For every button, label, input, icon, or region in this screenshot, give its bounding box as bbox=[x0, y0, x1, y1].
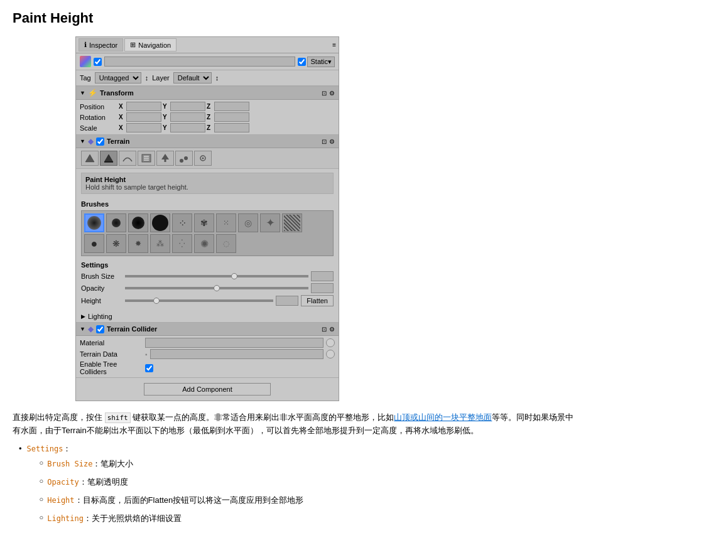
flatten-button[interactable]: Flatten bbox=[301, 295, 334, 306]
tool-trees-btn[interactable] bbox=[156, 151, 174, 166]
opacity-value[interactable]: 50 bbox=[311, 283, 334, 293]
brush-item-4[interactable] bbox=[150, 213, 170, 232]
terrain-color-icon: ◆ bbox=[88, 137, 94, 146]
scatter-brush-icon: ⁘ bbox=[178, 217, 187, 229]
rot-x-input[interactable]: 0 bbox=[126, 112, 161, 122]
layer-label: Layer bbox=[152, 74, 170, 82]
brush-row-1: ⁘ ✾ ⁙ ◎ ✦ bbox=[84, 213, 330, 232]
rot-y-input[interactable]: 0 bbox=[170, 112, 205, 122]
terrain-data-picker-icon[interactable] bbox=[326, 350, 335, 358]
collider-enabled-checkbox[interactable] bbox=[96, 325, 104, 333]
scale-x-axis: X bbox=[119, 124, 125, 131]
bullet-dot-1: • bbox=[19, 443, 22, 530]
terrain-gear-icon[interactable]: ⚙ bbox=[329, 138, 335, 145]
lighting-label: Lighting bbox=[88, 313, 112, 320]
sub-bullet-4: ○ bbox=[40, 512, 44, 525]
brush-size-value[interactable]: 60 bbox=[311, 271, 334, 281]
terrain-data-value[interactable]: New Terrain bbox=[150, 349, 323, 359]
collider-gear-icon[interactable]: ⚙ bbox=[329, 326, 335, 333]
brush-item-17[interactable]: ◌ bbox=[216, 234, 236, 253]
material-value[interactable]: None (Physic Material) bbox=[145, 338, 323, 348]
brush-item-1[interactable] bbox=[84, 213, 104, 232]
brush-item-15[interactable]: ⁛ bbox=[172, 234, 192, 253]
transform-settings-icon[interactable]: ⊡ bbox=[322, 90, 327, 97]
pattern-brush-icon: ⁂ bbox=[156, 239, 164, 248]
pos-y-input[interactable]: 0 bbox=[170, 102, 205, 111]
brush-item-6[interactable]: ✾ bbox=[194, 213, 214, 232]
opacity-slider[interactable] bbox=[125, 287, 308, 289]
terrain-enabled-checkbox[interactable] bbox=[96, 137, 104, 146]
brush-item-8[interactable]: ◎ bbox=[238, 213, 258, 232]
brush-item-13[interactable]: ✸ bbox=[128, 234, 148, 253]
brush-item-14[interactable]: ⁂ bbox=[150, 234, 170, 253]
pos-x-input[interactable]: 0 bbox=[126, 102, 161, 111]
tab-navigation[interactable]: ⊞ Navigation bbox=[124, 38, 177, 51]
brush-item-2[interactable] bbox=[106, 213, 126, 232]
tool-details-btn[interactable] bbox=[175, 151, 193, 166]
material-picker-icon[interactable] bbox=[326, 338, 335, 347]
terrain-data-row: Terrain Data ▪ New Terrain bbox=[76, 348, 339, 360]
brush-row-2: ● ❋ ✸ ⁂ ⁛ ✺ bbox=[84, 234, 330, 253]
small-circle-brush-icon bbox=[112, 218, 121, 227]
terrain-settings-icon[interactable]: ⊡ bbox=[322, 138, 327, 145]
transform-section-header: ▼ ⚡ Transform ⊡ ⚙ bbox=[76, 86, 339, 100]
terrain-section: Paint Height Hold shift to sample target… bbox=[76, 148, 339, 322]
tab-menu-button[interactable]: ≡ bbox=[332, 41, 336, 48]
tag-select[interactable]: Untagged bbox=[95, 72, 141, 83]
tool-raise-btn[interactable] bbox=[81, 151, 99, 166]
transform-fields: Position X 0 Y 0 Z 0 Rotation X 0 Y 0 Z … bbox=[76, 100, 339, 134]
brushes-grid: ⁘ ✾ ⁙ ◎ ✦ bbox=[81, 210, 334, 256]
mountain-top-link[interactable]: 山顶或山间的一块平整地面 bbox=[394, 412, 492, 422]
terrain-title: Terrain bbox=[107, 137, 319, 145]
transform-gear-icon[interactable]: ⚙ bbox=[329, 90, 335, 97]
tab-inspector[interactable]: ℹ Inspector bbox=[79, 38, 123, 51]
inspector-panel: ℹ Inspector ⊞ Navigation ≡ Terrain Stati… bbox=[75, 36, 339, 401]
brush-item-12[interactable]: ❋ bbox=[106, 234, 126, 253]
bullet-list: • Settings： ○ Brush Size：笔刷大小 ○ Opacity：… bbox=[13, 443, 578, 530]
collider-color-icon: ◆ bbox=[88, 325, 94, 333]
tool-paint-texture-btn[interactable] bbox=[138, 151, 155, 166]
terrain-section-header: ▼ ◆ Terrain ⊡ ⚙ bbox=[76, 134, 339, 148]
tool-settings-btn[interactable] bbox=[194, 151, 212, 166]
object-name-input[interactable]: Terrain bbox=[104, 57, 295, 67]
add-component-button[interactable]: Add Component bbox=[144, 383, 271, 396]
layer-select[interactable]: Default bbox=[173, 72, 212, 83]
brush-item-5[interactable]: ⁘ bbox=[172, 213, 192, 232]
object-enabled-checkbox[interactable] bbox=[94, 58, 102, 66]
scale-label: Scale bbox=[80, 124, 117, 132]
opacity-row: Opacity 50 bbox=[81, 283, 334, 293]
static-dropdown-button[interactable]: Static ▾ bbox=[307, 57, 335, 67]
pos-x-axis: X bbox=[119, 103, 125, 110]
brush-item-3[interactable] bbox=[128, 213, 148, 232]
brush-item-11[interactable]: ● bbox=[84, 234, 104, 253]
height-value[interactable]: 120 bbox=[276, 296, 298, 306]
scale-y-axis: Y bbox=[163, 124, 169, 131]
sub-bullet-2: ○ bbox=[40, 476, 44, 489]
sub-bullet-3: ○ bbox=[40, 494, 44, 507]
scale-y-input[interactable]: 1 bbox=[170, 123, 205, 132]
tool-smooth-btn[interactable] bbox=[119, 151, 136, 166]
transform-title: Transform bbox=[100, 89, 319, 97]
static-checkbox[interactable] bbox=[298, 58, 306, 66]
brush-size-slider[interactable] bbox=[125, 275, 308, 277]
noise-brush-icon: ✾ bbox=[200, 218, 208, 228]
lighting-sub-item: ○ Lighting：关于光照烘焙的详细设置 bbox=[40, 512, 304, 525]
tool-paint-height-btn[interactable] bbox=[100, 151, 117, 166]
scale-x-input[interactable]: 1 bbox=[126, 123, 161, 132]
collider-fields: Material None (Physic Material) Terrain … bbox=[76, 336, 339, 377]
collider-settings-icon[interactable]: ⊡ bbox=[322, 326, 327, 333]
enable-tree-label: Enable Tree Colliders bbox=[80, 360, 143, 375]
pos-z-input[interactable]: 0 bbox=[214, 102, 249, 111]
static-group: Static ▾ bbox=[298, 57, 335, 67]
transform-color-icon: ⚡ bbox=[88, 89, 97, 97]
enable-tree-checkbox[interactable] bbox=[145, 364, 153, 372]
paint-height-info-desc: Hold shift to sample target height. bbox=[85, 183, 329, 191]
height-slider[interactable] bbox=[125, 299, 273, 302]
brush-item-7[interactable]: ⁙ bbox=[216, 213, 236, 232]
brush-item-10[interactable] bbox=[282, 213, 302, 232]
scale-z-input[interactable]: 1 bbox=[214, 123, 249, 132]
rot-z-input[interactable]: 0 bbox=[214, 112, 249, 122]
brush-size-colon: ： bbox=[92, 459, 101, 468]
brush-item-9[interactable]: ✦ bbox=[260, 213, 280, 232]
brush-item-16[interactable]: ✺ bbox=[194, 234, 214, 253]
